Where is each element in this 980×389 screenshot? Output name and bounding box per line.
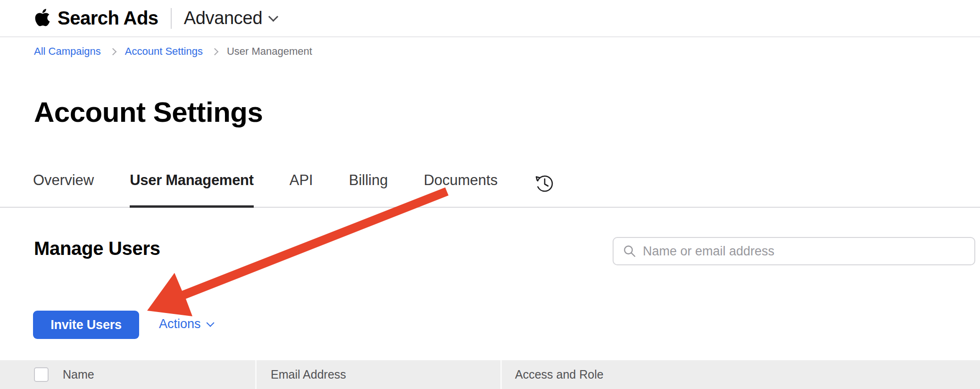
- breadcrumb: All Campaigns Account Settings User Mana…: [34, 45, 312, 58]
- tab-user-management[interactable]: User Management: [130, 172, 254, 207]
- column-header-access-role: Access and Role: [515, 360, 604, 389]
- search-icon: [623, 245, 636, 258]
- chevron-down-icon: [206, 319, 214, 327]
- product-name: Advanced: [184, 8, 263, 28]
- chevron-down-icon: [268, 12, 278, 22]
- tab-api[interactable]: API: [290, 172, 313, 207]
- actions-label: Actions: [159, 317, 201, 331]
- topbar-divider: [171, 8, 172, 29]
- tab-billing[interactable]: Billing: [349, 172, 388, 207]
- tab-bar: Overview User Management API Billing Doc…: [0, 166, 980, 208]
- tab-documents[interactable]: Documents: [424, 172, 498, 207]
- invite-users-button[interactable]: Invite Users: [33, 311, 139, 339]
- actions-dropdown[interactable]: Actions: [159, 317, 213, 331]
- search-input[interactable]: [643, 244, 966, 259]
- select-all-checkbox[interactable]: [34, 367, 49, 382]
- chevron-right-icon: [211, 48, 219, 55]
- column-divider: [500, 360, 502, 389]
- breadcrumb-all-campaigns[interactable]: All Campaigns: [34, 45, 101, 58]
- column-divider: [255, 360, 257, 389]
- clock-history-icon: [533, 173, 555, 194]
- user-search: [613, 237, 975, 265]
- chevron-right-icon: [109, 48, 117, 55]
- breadcrumb-current: User Management: [227, 45, 312, 58]
- history-tab[interactable]: [533, 173, 555, 207]
- product-switcher-dropdown[interactable]: Advanced: [184, 8, 277, 28]
- apple-logo-icon: [34, 8, 51, 27]
- table-header-row: Name Email Address Access and Role: [0, 360, 980, 389]
- breadcrumb-account-settings[interactable]: Account Settings: [125, 45, 203, 58]
- column-header-name: Name: [63, 360, 94, 389]
- search-box: [613, 237, 975, 265]
- account-settings-page: Search Ads Advanced All Campaigns Accoun…: [0, 0, 980, 389]
- brand-name: Search Ads: [58, 8, 158, 29]
- tab-overview[interactable]: Overview: [33, 172, 94, 207]
- brand-lockup[interactable]: Search Ads: [34, 8, 158, 29]
- page-title: Account Settings: [34, 96, 263, 128]
- top-bar: Search Ads Advanced: [0, 0, 980, 37]
- column-header-email: Email Address: [271, 360, 346, 389]
- section-heading: Manage Users: [34, 238, 160, 259]
